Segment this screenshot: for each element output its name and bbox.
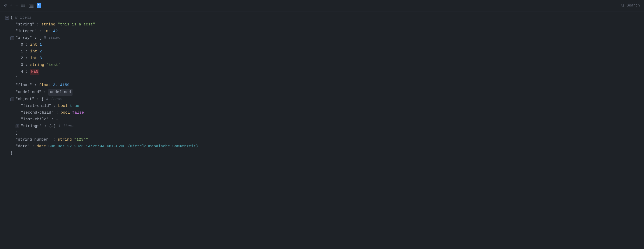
list-item: 3 : string "test" bbox=[5, 62, 639, 68]
list-item: "float" : float 3.14159 bbox=[5, 82, 639, 89]
search-label[interactable]: Search bbox=[627, 3, 640, 8]
list-item: 1 : int 2 bbox=[5, 48, 639, 55]
svg-rect-5 bbox=[23, 6, 25, 6]
expand-all-icon[interactable] bbox=[29, 4, 34, 8]
svg-rect-0 bbox=[21, 4, 23, 4]
svg-rect-4 bbox=[21, 6, 23, 6]
svg-line-11 bbox=[623, 6, 624, 7]
svg-rect-9 bbox=[29, 7, 34, 8]
root-collapse-btn[interactable]: − bbox=[5, 16, 9, 20]
svg-rect-1 bbox=[21, 5, 23, 5]
list-item: "first-child" : bool true bbox=[5, 103, 639, 109]
array-open: −"array" : [ 5 items bbox=[5, 35, 639, 42]
remove-icon[interactable]: − bbox=[15, 2, 18, 9]
refresh-icon[interactable]: ↺ bbox=[4, 2, 7, 9]
svg-rect-8 bbox=[30, 6, 34, 6]
list-item: +"strings" : {…} 1 items bbox=[5, 123, 639, 130]
search-icon bbox=[621, 3, 625, 8]
svg-rect-7 bbox=[30, 5, 34, 5]
svg-point-10 bbox=[621, 4, 623, 6]
list-item: "second-child" : bool false bbox=[5, 109, 639, 116]
svg-rect-3 bbox=[23, 5, 25, 5]
array-collapse-btn[interactable]: − bbox=[10, 36, 14, 40]
svg-rect-2 bbox=[23, 4, 25, 4]
list-item: 2 : int 3 bbox=[5, 55, 639, 62]
list-item: "date" : date Sun Oct 22 2023 14:25:44 G… bbox=[5, 143, 639, 150]
strings-expand-btn[interactable]: + bbox=[16, 125, 19, 128]
list-item: 4 : NaN bbox=[5, 68, 639, 75]
info-icon[interactable]: i bbox=[37, 3, 41, 8]
list-item: "string" : string "this is a test" bbox=[5, 21, 639, 28]
object-collapse-btn[interactable]: − bbox=[10, 98, 14, 101]
root-close: } bbox=[5, 150, 639, 157]
list-item: "string_number" : string "1234" bbox=[5, 136, 639, 143]
collapse-all-icon[interactable] bbox=[21, 4, 26, 8]
object-close: } bbox=[5, 130, 639, 136]
root-open: −{ 8 items bbox=[5, 15, 639, 21]
list-item: "last-child" : - bbox=[5, 116, 639, 123]
add-icon[interactable]: + bbox=[10, 2, 12, 9]
toolbar: ↺ + − i bbox=[0, 0, 644, 11]
list-item: "integer" : int 42 bbox=[5, 28, 639, 35]
array-close: ] bbox=[5, 75, 639, 82]
toolbar-actions: ↺ + − i bbox=[4, 2, 41, 9]
list-item: "undefined" : undefined bbox=[5, 89, 639, 96]
object-open: −"object" : { 4 items bbox=[5, 96, 639, 103]
json-content: −{ 8 items "string" : string "this is a … bbox=[0, 11, 644, 249]
svg-rect-6 bbox=[29, 4, 34, 4]
search-area[interactable]: Search bbox=[621, 3, 640, 8]
list-item: 0 : int 1 bbox=[5, 42, 639, 48]
